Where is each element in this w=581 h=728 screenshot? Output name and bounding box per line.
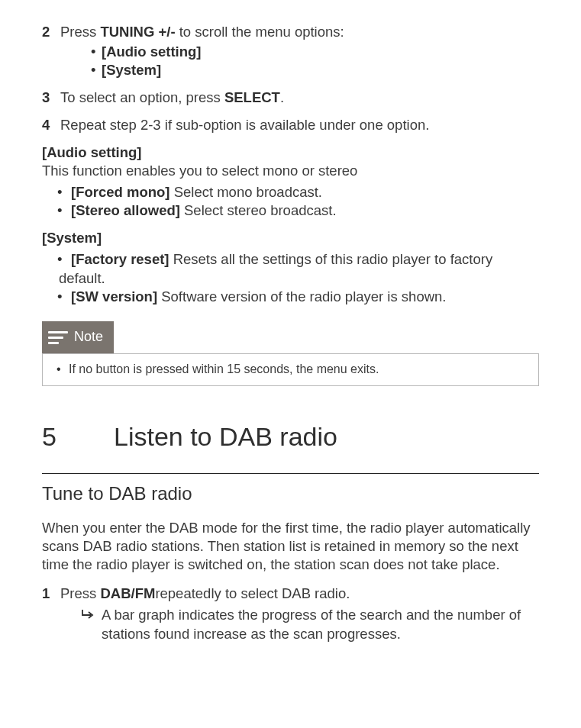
button-ref: SELECT	[224, 89, 280, 105]
result-item: A bar graph indicates the progress of th…	[82, 606, 539, 643]
text: If no button is pressed within 15 second…	[69, 362, 379, 375]
step-number: 2	[42, 23, 60, 79]
option-desc: Select stereo broadcast.	[180, 202, 337, 218]
result-arrow-icon	[82, 606, 102, 643]
options-list: [Forced mono] Select mono broadcast. [St…	[59, 183, 539, 220]
options-list: [Audio setting] [System]	[91, 43, 539, 79]
text: Press	[60, 585, 100, 601]
option-desc: Software version of the radio player is …	[157, 288, 446, 304]
button-ref: DAB/FM	[100, 585, 155, 601]
system-block: [System] [Factory reset] Resets all the …	[42, 229, 539, 305]
list-item: [SW version] Software version of the rad…	[59, 288, 539, 306]
step-body: Press TUNING +/- to scroll the menu opti…	[60, 23, 539, 79]
list-item: [Stereo allowed] Select stereo broadcast…	[59, 201, 539, 220]
step-number: 1	[42, 585, 60, 643]
option: [Audio setting]	[102, 43, 202, 60]
text: to scroll the menu options:	[176, 24, 344, 40]
step-4: 4 Repeat step 2-3 if sub-option is avail…	[42, 116, 539, 134]
option-name: [SW version]	[71, 288, 157, 304]
option-name: [Factory reset]	[71, 251, 169, 267]
list-item: [Factory reset] Resets all the settings …	[59, 250, 539, 287]
audio-setting-block: [Audio setting] This function enables yo…	[42, 143, 539, 220]
section-heading: 5 Listen to DAB radio	[42, 420, 539, 453]
step-2: 2 Press TUNING +/- to scroll the menu op…	[42, 23, 539, 79]
step-number: 4	[42, 116, 60, 134]
text: Press	[60, 24, 100, 40]
step-1: 1 Press DAB/FMrepeatedly to select DAB r…	[42, 585, 539, 643]
section-number: 5	[42, 420, 114, 453]
note-text: If no button is pressed within 15 second…	[56, 362, 525, 378]
step-body: Press DAB/FMrepeatedly to select DAB rad…	[60, 585, 539, 643]
note-label: Note	[74, 328, 103, 346]
block-description: This function enables you to select mono…	[42, 162, 539, 180]
block-heading: [System]	[42, 229, 539, 247]
option-name: [Stereo allowed]	[71, 202, 180, 218]
intro-paragraph: When you enter the DAB mode for the firs…	[42, 519, 539, 574]
note-body: If no button is pressed within 15 second…	[42, 353, 539, 386]
step-body: Repeat step 2-3 if sub-option is availab…	[60, 116, 539, 134]
list-item: [Forced mono] Select mono broadcast.	[59, 183, 539, 201]
step-3: 3 To select an option, press SELECT.	[42, 89, 539, 107]
result-text: A bar graph indicates the progress of th…	[102, 606, 539, 643]
option-name: [Forced mono]	[71, 184, 170, 200]
step-body: To select an option, press SELECT.	[60, 89, 539, 107]
note-box: Note If no button is pressed within 15 s…	[42, 320, 539, 386]
divider	[42, 473, 539, 474]
list-item: [Audio setting]	[91, 43, 539, 61]
option-desc: Select mono broadcast.	[170, 184, 323, 200]
text: .	[280, 89, 284, 105]
section-title: Listen to DAB radio	[114, 420, 337, 453]
note-icon	[42, 321, 74, 353]
list-item: [System]	[91, 61, 539, 79]
options-list: [Factory reset] Resets all the settings …	[59, 250, 539, 305]
button-ref: TUNING +/-	[100, 24, 175, 40]
subsection-heading: Tune to DAB radio	[42, 482, 539, 505]
text: To select an option, press	[60, 89, 224, 105]
text: repeatedly to select DAB radio.	[155, 585, 350, 601]
note-header: Note	[42, 321, 114, 353]
option: [System]	[102, 62, 161, 78]
step-number: 3	[42, 89, 60, 107]
block-heading: [Audio setting]	[42, 143, 539, 162]
